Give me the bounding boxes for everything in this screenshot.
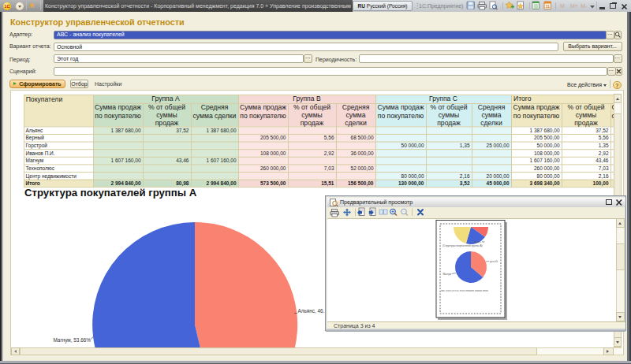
svg-text:продаж: продаж: [437, 119, 461, 127]
svg-text:1,35: 1,35: [460, 143, 470, 148]
svg-text:Группа В: Группа В: [293, 95, 321, 102]
svg-text:Средняя: Средняя: [201, 103, 229, 111]
svg-text:20 000,00: 20 000,00: [487, 173, 510, 179]
svg-text:продаж: продаж: [574, 119, 598, 127]
svg-text:43,46: 43,46: [176, 158, 189, 163]
svg-text:суммы: суммы: [439, 111, 460, 119]
svg-text:Магнум: Магнум: [26, 158, 44, 164]
svg-text:Магнум, 53.66%: Магнум, 53.66%: [53, 337, 91, 344]
svg-text:дсо и%: дсо и%: [490, 260, 498, 263]
svg-text:суммы: суммы: [576, 111, 597, 119]
svg-text:1 607 160,00: 1 607 160,00: [111, 158, 141, 163]
svg-text:(Структура покупателей группы: (Структура покупателей группы А): [442, 244, 483, 247]
svg-text:% от общей: % от общей: [148, 103, 185, 111]
svg-text:дсад + пк: дсад + пк: [474, 240, 485, 243]
svg-text:% от общей: % от общей: [293, 103, 330, 111]
svg-text:сумма: сумма: [345, 111, 365, 119]
svg-text:сделки: сделки: [345, 119, 367, 127]
svg-text:31: 31: [545, 4, 550, 9]
svg-text:по покупателю: по покупателю: [240, 112, 286, 120]
svg-text:37,52: 37,52: [176, 128, 189, 133]
svg-text:по покупателю: по покупателю: [95, 112, 141, 120]
svg-text:М+: М+: [570, 3, 578, 9]
svg-text:50 000,00: 50 000,00: [401, 143, 424, 148]
svg-text:100,00: 100,00: [593, 180, 609, 187]
svg-text:Сумма продаж: Сумма продаж: [378, 103, 424, 111]
svg-text:80 000,00: 80 000,00: [401, 173, 424, 179]
svg-text:1 387 680,00: 1 387 680,00: [207, 128, 237, 133]
svg-text:108 000,00: 108 000,00: [534, 150, 560, 156]
svg-text:сумма: сумма: [481, 111, 501, 119]
svg-text:Структура покупателей группы А: Структура покупателей группы А: [24, 187, 197, 199]
svg-text:Покупатели: Покупатели: [26, 95, 63, 103]
svg-text:продаж: продаж: [155, 119, 179, 127]
svg-text:260 000,00: 260 000,00: [260, 165, 286, 171]
svg-text:130 000,00: 130 000,00: [398, 180, 424, 187]
svg-text:суммы: суммы: [301, 111, 323, 119]
svg-text:2,92: 2,92: [599, 150, 609, 156]
svg-text:50 000,00: 50 000,00: [537, 143, 560, 148]
svg-text:52 000,00: 52 000,00: [351, 165, 374, 171]
svg-text:% от общей: % от общей: [567, 103, 604, 111]
svg-text:205 500,00: 205 500,00: [260, 135, 286, 140]
svg-text:156 500,00: 156 500,00: [348, 180, 374, 187]
svg-text:15,51: 15,51: [321, 180, 334, 187]
svg-text:25 000,00: 25 000,00: [487, 143, 510, 148]
svg-text:5,56: 5,56: [599, 135, 609, 140]
svg-text:Альянс: Альянс: [26, 128, 44, 133]
svg-text:36 000,00: 36 000,00: [351, 150, 374, 156]
svg-text:Итого: Итого: [26, 180, 40, 186]
svg-text:Центр недвижимости: Центр недвижимости: [26, 173, 77, 180]
svg-text:260 000,00: 260 000,00: [534, 165, 560, 171]
svg-text:суммы: суммы: [156, 111, 177, 119]
svg-text:продаж: продаж: [301, 119, 324, 127]
svg-text:Технополюс: Технополюс: [26, 165, 55, 171]
svg-text:Средняя: Средняя: [478, 103, 506, 111]
svg-text:1 607 160,00: 1 607 160,00: [207, 158, 237, 163]
svg-text:5,56: 5,56: [324, 135, 334, 140]
svg-text:2,16: 2,16: [599, 173, 609, 179]
svg-text:М-: М-: [581, 3, 588, 9]
svg-text:Верный: Верный: [26, 135, 45, 141]
svg-text:1,35: 1,35: [599, 143, 609, 148]
svg-text:7,03: 7,03: [324, 165, 334, 171]
svg-text:Альянс, 46.: Альянс, 46.: [298, 308, 325, 314]
svg-text:авс нннн сп ссс пннн ппоопп оо: авс нннн сп ссс пннн ппоопп ооооо ппоо: [441, 289, 488, 292]
svg-text:80,98: 80,98: [176, 180, 189, 187]
svg-text:Сумма продаж: Сумма продаж: [95, 103, 141, 111]
svg-text:45 000,00: 45 000,00: [487, 180, 510, 187]
svg-text:Группа С: Группа С: [429, 95, 457, 102]
svg-text:Итого: Итого: [513, 95, 532, 102]
svg-text:по покупателю: по покупателю: [378, 112, 424, 120]
svg-text:3,52: 3,52: [460, 180, 470, 187]
svg-text:Группа А: Группа А: [151, 95, 180, 102]
svg-text:сделки: сделки: [480, 119, 502, 127]
svg-text:2 994 840,00: 2 994 840,00: [111, 180, 141, 187]
svg-text:1 387 680,00: 1 387 680,00: [530, 128, 560, 133]
svg-text:Магнум: Магнум: [443, 273, 451, 276]
svg-text:Сумма продаж: Сумма продаж: [513, 103, 560, 111]
svg-text:сумма сделки: сумма сделки: [193, 112, 237, 120]
svg-text:1 387 680,00: 1 387 680,00: [111, 128, 141, 133]
svg-text:205 500,00: 205 500,00: [534, 135, 560, 140]
svg-text:1 607 160,00: 1 607 160,00: [530, 158, 560, 163]
svg-text:3 698 340,00: 3 698 340,00: [530, 180, 560, 187]
svg-text:80 000,00: 80 000,00: [537, 173, 560, 179]
svg-text:68 500,00: 68 500,00: [351, 135, 374, 140]
svg-text:М: М: [560, 3, 565, 9]
svg-text:37,52: 37,52: [596, 128, 609, 133]
svg-text:Средняя: Средняя: [342, 103, 370, 111]
svg-text:Иванов П.И.: Иванов П.И.: [26, 150, 55, 156]
svg-text:2 994 840,00: 2 994 840,00: [207, 180, 237, 187]
svg-text:7,03: 7,03: [599, 165, 609, 171]
svg-text:108 000,00: 108 000,00: [260, 150, 286, 156]
svg-text:% от общей: % от общей: [430, 103, 467, 111]
svg-text:2,16: 2,16: [460, 173, 470, 179]
svg-text:Горстрой: Горстрой: [26, 143, 48, 149]
svg-text:2,92: 2,92: [324, 150, 334, 156]
svg-text:по покупателю: по покупателю: [513, 112, 560, 120]
svg-text:43,46: 43,46: [596, 158, 609, 163]
svg-text:Сумма продаж: Сумма продаж: [240, 103, 286, 111]
svg-text:573 500,00: 573 500,00: [260, 180, 286, 187]
